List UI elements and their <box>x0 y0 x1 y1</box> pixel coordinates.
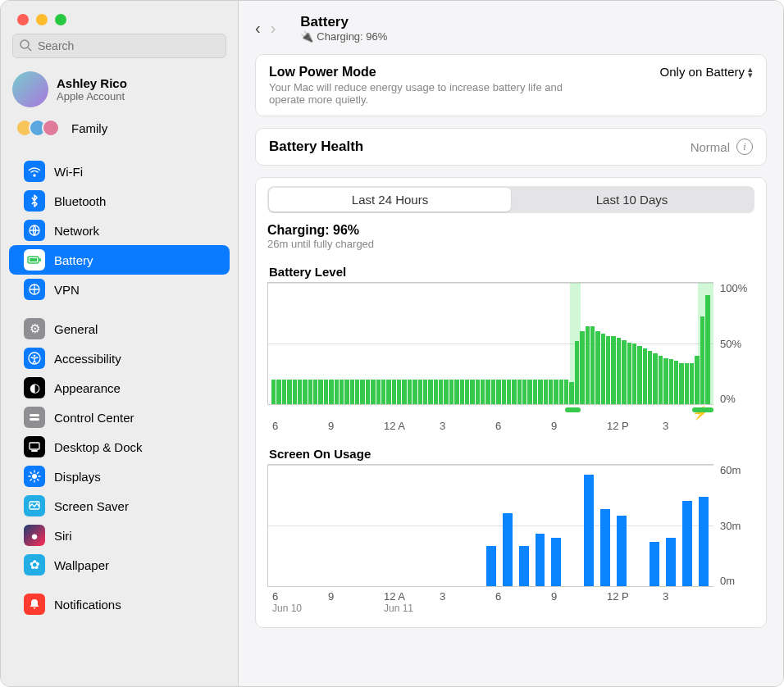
sidebar-item-label: Bluetooth <box>54 194 106 208</box>
sidebar-item-label: General <box>54 322 98 336</box>
low-power-mode-desc: Your Mac will reduce energy usage to inc… <box>269 81 564 106</box>
svg-point-8 <box>34 355 36 357</box>
usage-card: Last 24 Hours Last 10 Days Charging: 96%… <box>255 177 767 628</box>
sidebar-item-siri[interactable]: ● Siri <box>1 521 238 550</box>
low-power-mode-title: Low Power Mode <box>269 65 564 80</box>
tab-last-24-hours[interactable]: Last 24 Hours <box>269 188 511 212</box>
wifi-icon <box>24 161 45 182</box>
sidebar-item-label: VPN <box>54 283 80 297</box>
screen-saver-icon <box>24 495 45 516</box>
screen-on-chart: 60m 30m 0m <box>267 464 754 587</box>
siri-icon: ● <box>24 525 45 546</box>
sidebar-item-bluetooth[interactable]: Bluetooth <box>1 186 238 216</box>
screen-on-title: Screen On Usage <box>269 447 754 461</box>
control-center-icon <box>24 407 45 428</box>
sidebar-item-vpn[interactable]: VPN <box>1 275 238 304</box>
tab-last-10-days[interactable]: Last 10 Days <box>511 188 753 212</box>
info-icon[interactable]: i <box>736 139 753 155</box>
time-range-segmented[interactable]: Last 24 Hours Last 10 Days <box>267 186 754 213</box>
sidebar-item-wallpaper[interactable]: ✿ Wallpaper <box>1 550 238 580</box>
forward-button[interactable]: › <box>271 19 276 38</box>
sidebar: Ashley Rico Apple Account Family Wi-Fi B… <box>1 1 239 686</box>
sidebar-item-appearance[interactable]: ◐ Appearance <box>1 373 238 403</box>
svg-line-1 <box>28 48 31 51</box>
sidebar-item-label: Wi-Fi <box>54 165 83 179</box>
sidebar-item-label: Wallpaper <box>54 558 109 572</box>
battery-icon <box>24 249 45 271</box>
family-label: Family <box>71 121 107 135</box>
low-power-mode-select[interactable]: Only on Battery ▴▾ <box>660 65 753 79</box>
maximize-button[interactable] <box>55 14 66 25</box>
header: ‹ › Battery 🔌 Charging: 96% <box>255 11 767 54</box>
sidebar-item-notifications[interactable]: Notifications <box>1 589 238 619</box>
appearance-icon: ◐ <box>24 377 45 398</box>
low-power-mode-value: Only on Battery <box>660 65 745 79</box>
page-title: Battery <box>300 14 387 30</box>
sidebar-item-general[interactable]: ⚙ General <box>1 314 238 344</box>
avatar <box>12 71 48 107</box>
main-content: ‹ › Battery 🔌 Charging: 96% Low Power Mo… <box>239 1 783 686</box>
screen-on-plot <box>267 464 713 587</box>
displays-icon <box>24 466 45 487</box>
sidebar-item-screen-saver[interactable]: Screen Saver <box>1 491 238 521</box>
sidebar-item-label: Displays <box>54 470 101 484</box>
sidebar-item-label: Siri <box>54 529 72 543</box>
close-button[interactable] <box>17 14 29 25</box>
svg-rect-9 <box>30 414 39 416</box>
sidebar-item-network[interactable]: Network <box>1 216 238 245</box>
low-power-mode-card: Low Power Mode Your Mac will reduce ener… <box>255 54 767 116</box>
screen-on-x-axis: 6912 A36912 P3 <box>267 587 713 603</box>
wallpaper-icon: ✿ <box>24 554 45 576</box>
window-controls <box>1 1 238 34</box>
svg-rect-5 <box>39 258 41 262</box>
battery-level-x-axis: 6912 A36912 P3 <box>267 416 713 432</box>
sidebar-item-label: Control Center <box>54 411 134 425</box>
sidebar-item-label: Screen Saver <box>54 499 129 513</box>
sidebar-item-battery[interactable]: Battery <box>9 245 230 275</box>
x-axis-dates: Jun 10Jun 11 <box>267 603 713 614</box>
gear-icon: ⚙ <box>24 318 45 339</box>
sidebar-item-label: Network <box>54 224 99 238</box>
vpn-icon <box>24 279 45 300</box>
minimize-button[interactable] <box>36 14 48 25</box>
bluetooth-icon <box>24 190 45 212</box>
battery-health-title: Battery Health <box>269 139 363 155</box>
charging-indicator-icon: 🔌 <box>300 30 313 43</box>
system-settings-window: Ashley Rico Apple Account Family Wi-Fi B… <box>0 0 784 687</box>
network-icon <box>24 220 45 241</box>
battery-level-chart: ⚡ 100% 50% 0% <box>267 282 754 405</box>
notifications-icon <box>24 594 45 615</box>
sidebar-item-wifi[interactable]: Wi-Fi <box>1 157 238 186</box>
svg-rect-4 <box>30 258 37 262</box>
search-input[interactable] <box>12 34 226 58</box>
chevron-up-down-icon: ▴▾ <box>748 66 753 78</box>
desktop-dock-icon <box>24 436 45 457</box>
sidebar-item-accessibility[interactable]: Accessibility <box>1 344 238 373</box>
sidebar-item-label: Battery <box>54 253 93 267</box>
charging-headline: Charging: 96% <box>267 223 754 238</box>
apple-account-row[interactable]: Ashley Rico Apple Account <box>1 66 238 112</box>
page-subtitle: 🔌 Charging: 96% <box>300 30 387 43</box>
sidebar-item-desktop-dock[interactable]: Desktop & Dock <box>1 432 238 462</box>
sidebar-item-family[interactable]: Family <box>1 112 238 147</box>
battery-level-plot: ⚡ <box>267 282 713 405</box>
sidebar-item-displays[interactable]: Displays <box>1 462 238 491</box>
sidebar-item-label: Accessibility <box>54 352 121 366</box>
account-subtitle: Apple Account <box>57 90 127 102</box>
svg-point-0 <box>21 40 29 48</box>
battery-health-status: Normal <box>691 140 730 154</box>
svg-point-13 <box>32 474 37 479</box>
search-icon <box>19 39 32 55</box>
battery-level-title: Battery Level <box>269 265 754 279</box>
battery-level-y-axis: 100% 50% 0% <box>713 282 754 405</box>
screen-on-y-axis: 60m 30m 0m <box>713 464 754 587</box>
family-avatars <box>21 119 60 137</box>
sidebar-item-control-center[interactable]: Control Center <box>1 403 238 432</box>
svg-rect-11 <box>30 443 39 449</box>
back-button[interactable]: ‹ <box>255 19 261 38</box>
svg-rect-12 <box>31 450 38 452</box>
battery-health-card: Battery Health Normal i <box>255 128 767 166</box>
accessibility-icon <box>24 348 45 369</box>
sidebar-item-label: Appearance <box>54 381 121 395</box>
charging-subline: 26m until fully charged <box>267 238 754 250</box>
